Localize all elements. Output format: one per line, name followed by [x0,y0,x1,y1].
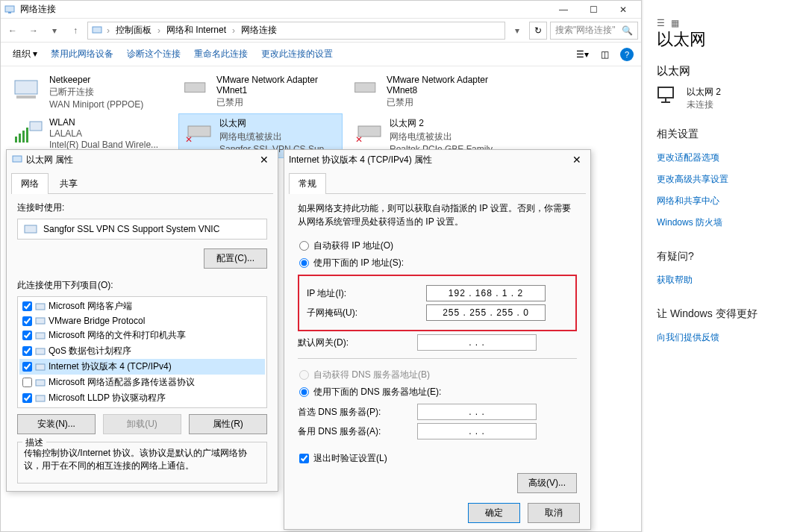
breadcrumb-dropdown[interactable]: ▾ [508,22,526,40]
svg-rect-1 [8,12,11,13]
protocol-checkbox[interactable] [22,393,32,403]
protocol-row[interactable]: Microsoft 网络的文件和打印机共享 [19,328,265,343]
install-button[interactable]: 安装(N)... [17,414,96,434]
svg-rect-11 [26,128,28,143]
advanced-button[interactable]: 高级(V)... [517,473,577,493]
props-title: 以太网 属性 [26,154,73,166]
adapter-status: LALALA [49,128,158,139]
history-chevron-icon[interactable]: ▾ [46,22,63,40]
search-input[interactable]: 搜索"网络连接" 🔍 [550,22,638,40]
sidebar-adapter[interactable]: 以太网 2 未连接 [657,86,793,111]
protocol-row[interactable]: Internet 协议版本 6 (TCP/IPv6) [19,406,265,408]
view-options-icon[interactable]: ☰▾ [574,46,590,63]
forward-button[interactable]: → [25,22,43,40]
breadcrumb[interactable]: › 控制面板 › 网络和 Internet › 网络连接 [87,22,505,40]
svg-rect-24 [36,395,45,401]
svg-rect-6 [355,83,375,93]
protocol-checkbox[interactable] [22,362,32,372]
link-firewall[interactable]: Windows 防火墙 [657,212,793,234]
link-sharing-options[interactable]: 更改高级共享设置 [657,169,793,190]
adapter-name: VMware Network Adapter VMnet1 [216,75,339,96]
protocol-row[interactable]: VMware Bridge Protocol [19,314,265,328]
bc-section[interactable]: 网络和 Internet [164,24,228,37]
tab-network[interactable]: 网络 [11,173,49,194]
props-tabs: 网络 共享 [11,172,273,194]
grid-view-icon[interactable]: ▦ [671,18,679,28]
protocol-checkbox[interactable] [22,316,32,326]
cancel-button[interactable]: 取消 [528,503,580,523]
back-button[interactable]: ← [4,22,22,40]
auto-ip-radio[interactable]: 自动获得 IP 地址(O) [298,237,577,254]
protocol-label: Microsoft 网络客户端 [49,300,132,313]
adapter-item[interactable]: Netkeeper 已断开连接 WAN Miniport (PPPOE) [8,71,172,113]
protocol-checkbox[interactable] [22,331,32,340]
protocol-row[interactable]: Microsoft LLDP 协议驱动程序 [19,390,265,406]
refresh-button[interactable]: ↻ [529,22,547,40]
protocol-list[interactable]: Microsoft 网络客户端 VMware Bridge Protocol M… [17,296,267,408]
ethernet-icon [657,86,679,104]
close-button[interactable]: ✕ [608,1,638,19]
uninstall-button: 卸载(U) [103,414,181,434]
protocol-icon [35,331,46,341]
close-button[interactable]: ✕ [255,154,273,166]
ipv4-tabs: 常规 [289,172,586,194]
adapter-status: 已禁用 [216,96,339,109]
protocol-checkbox[interactable] [22,378,32,387]
rename-connection[interactable]: 重命名此连接 [188,45,254,63]
manual-dns-radio[interactable]: 使用下面的 DNS 服务器地址(E): [298,384,577,401]
up-button[interactable]: ↑ [66,22,84,40]
adapter-status: 已断开连接 [49,86,143,98]
validate-checkbox[interactable]: 退出时验证设置(L) [298,450,577,467]
related-settings-title: 相关设置 [657,128,793,141]
link-feedback[interactable]: 向我们提供反馈 [657,327,793,348]
adapter-item[interactable]: VMware Network Adapter VMnet8 已禁用 [349,71,513,113]
sidebar-adapter-status: 未连接 [687,98,721,111]
dns1-input[interactable]: . . . [417,404,537,420]
sidebar-adapter-name: 以太网 2 [687,86,721,98]
ethernet-icon: ✕ [182,117,215,147]
protocol-row[interactable]: Microsoft 网络客户端 [19,298,265,314]
dns2-input[interactable]: . . . [417,423,537,439]
disable-device[interactable]: 禁用此网络设备 [45,45,119,63]
link-get-help[interactable]: 获取帮助 [657,269,793,291]
svg-rect-2 [93,27,101,33]
protocol-row[interactable]: QoS 数据包计划程序 [19,343,265,359]
link-adapter-options[interactable]: 更改适配器选项 [657,147,793,169]
search-icon[interactable]: 🔍 [622,25,633,36]
adapter-item[interactable]: VMware Network Adapter VMnet1 已禁用 [178,71,343,113]
change-settings[interactable]: 更改此连接的设置 [255,45,339,63]
configure-button[interactable]: 配置(C)... [204,248,267,269]
organize-menu[interactable]: 组织 ▾ [7,45,43,63]
diagnose-connection[interactable]: 诊断这个连接 [121,45,187,63]
list-view-icon[interactable]: ☰ [657,18,665,28]
protocol-icon [35,393,46,404]
ok-button[interactable]: 确定 [468,503,520,523]
preview-pane-icon[interactable]: ◫ [596,46,613,63]
close-button[interactable]: ✕ [568,154,586,166]
manual-ip-radio[interactable]: 使用下面的 IP 地址(S): [298,254,577,272]
protocol-row[interactable]: Internet 协议版本 4 (TCP/IPv4) [19,359,265,375]
maximize-button[interactable]: ☐ [578,1,608,19]
protocol-row[interactable]: Microsoft 网络适配器多路传送器协议 [19,375,265,390]
link-network-center[interactable]: 网络和共享中心 [657,190,793,212]
window-title: 网络连接 [20,3,549,16]
protocol-label: Microsoft 网络的文件和打印机共享 [49,329,186,342]
protocol-icon [35,362,46,372]
gateway-input[interactable]: . . . [417,334,537,351]
protocol-icon [35,378,46,388]
ip-address-input[interactable]: 192 . 168 . 1 . 2 [426,285,546,301]
subnet-input[interactable]: 255 . 255 . 255 . 0 [426,304,546,321]
bc-page[interactable]: 网络连接 [239,24,279,37]
ipv4-titlebar: Internet 协议版本 4 (TCP/IPv4) 属性 ✕ [284,150,590,169]
help-icon[interactable]: ? [619,46,635,63]
bc-root[interactable]: 控制面板 [113,24,154,37]
network-icon [4,4,16,16]
minimize-button[interactable]: — [549,1,578,19]
tab-general[interactable]: 常规 [289,173,326,194]
svg-rect-10 [22,131,25,143]
properties-button[interactable]: 属性(R) [189,414,267,434]
tab-share[interactable]: 共享 [50,173,87,194]
protocol-checkbox[interactable] [22,301,32,311]
svg-rect-4 [16,96,36,98]
protocol-checkbox[interactable] [22,346,32,356]
